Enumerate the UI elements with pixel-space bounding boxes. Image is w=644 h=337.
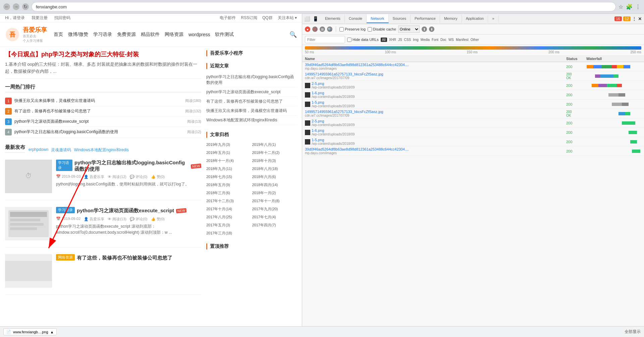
net-row-10[interactable]: 39d0f46ad5264df8b63ae8d98d812361a253488c… bbox=[302, 147, 644, 156]
archive-2017-8[interactable]: 2017年八月(25) bbox=[206, 214, 251, 221]
hot-title-3[interactable]: python学习之滚动页面函数execute_script bbox=[14, 119, 187, 124]
css-filter-btn[interactable]: CSS bbox=[404, 38, 411, 42]
recent-link-5[interactable]: Windows本地配置测试环境nginx和redis bbox=[206, 116, 297, 125]
archive-2017-4[interactable]: 2017年四月(7) bbox=[252, 222, 297, 229]
img-filter-btn[interactable]: Img bbox=[413, 38, 419, 42]
recent-link-4[interactable]: 快播王欣又出来搞事情，灵魂横空出世邀请码 bbox=[206, 106, 297, 116]
tab-sources[interactable]: Sources bbox=[389, 14, 411, 23]
filter-toggle-button[interactable]: ⊞ bbox=[320, 26, 325, 32]
archive-2017-5[interactable]: 2017年五月(3) bbox=[206, 222, 251, 229]
bookmark-icon[interactable]: ☆ bbox=[619, 4, 623, 10]
devtools-more-icon[interactable]: ⋮ bbox=[632, 16, 637, 21]
back-button[interactable]: ← bbox=[3, 3, 10, 10]
filter-input[interactable] bbox=[305, 36, 345, 43]
preserve-log-input[interactable] bbox=[339, 27, 344, 32]
recent-link-1[interactable]: python学习之日志输出格式logging.basicConfig函数的使用 bbox=[206, 72, 297, 88]
other-filter-btn[interactable]: Other bbox=[471, 38, 479, 42]
net-row-1[interactable]: 39d0f46ad5264df8b63ae8d98d812361a253488c… bbox=[302, 62, 644, 71]
record-button[interactable]: ● bbox=[305, 26, 310, 32]
nav-home[interactable]: 首页 bbox=[54, 32, 63, 38]
clear-button[interactable]: 🚫 bbox=[312, 26, 318, 32]
net-row-6[interactable]: 14995714955961a52757133_hkcsFcZfSasz.jpg… bbox=[302, 109, 644, 118]
font-filter-btn[interactable]: Font bbox=[432, 38, 438, 42]
topbar-password[interactable]: 找回密码 bbox=[54, 15, 70, 21]
recent-link-3[interactable]: 有了这些，装修再也不怕被装修公司忽悠了 bbox=[206, 97, 297, 106]
archive-2019-8[interactable]: 2019年八月(1) bbox=[252, 141, 297, 148]
archive-2018-5[interactable]: 2018年五月(9) bbox=[206, 181, 251, 188]
hot-title-1[interactable]: 快播王欣又出来搞事情，灵魂横空出世邀请码 bbox=[14, 98, 185, 104]
archive-2018-6[interactable]: 2018年六月(6) bbox=[252, 173, 297, 180]
devtools-device-icon[interactable]: 📱 bbox=[313, 16, 318, 21]
topbar-qq[interactable]: QQ群 bbox=[262, 15, 273, 21]
import-button[interactable]: ⬆ bbox=[422, 26, 427, 32]
net-row-5[interactable]: 1-5.png /wp-content/uploads/2018/09 200 bbox=[302, 100, 644, 109]
address-bar[interactable]: fenxiangbe.com bbox=[32, 2, 616, 11]
nav-free[interactable]: 免费资源 bbox=[117, 32, 136, 38]
archive-2018-12[interactable]: 2018年十二月(2) bbox=[252, 149, 297, 156]
archive-2017-11[interactable]: 2017年十一月(8) bbox=[252, 198, 297, 205]
show-all-downloads[interactable]: 全部显示 bbox=[625, 329, 641, 335]
hot-title-4[interactable]: python学习之日志输出格式logging.basicConfig函数的使用 bbox=[14, 129, 187, 135]
doc-filter-btn[interactable]: Doc bbox=[440, 38, 446, 42]
download-chevron-icon[interactable]: ▲ bbox=[50, 330, 54, 334]
all-filter-btn[interactable]: All bbox=[381, 38, 387, 42]
search-icon[interactable]: 🔍 bbox=[289, 31, 297, 38]
archive-2018-7[interactable]: 2018年七月(15) bbox=[206, 173, 251, 180]
tag-erphpdown[interactable]: erphpdown bbox=[29, 147, 48, 153]
tab-application[interactable]: Application bbox=[462, 14, 488, 23]
post-title-2[interactable]: python学习之滚动页面函数execute_script bbox=[77, 208, 174, 214]
nav-software[interactable]: 精品软件 bbox=[141, 32, 160, 38]
nav-study[interactable]: 学习语录 bbox=[93, 32, 112, 38]
nav-test[interactable]: 软件测试 bbox=[215, 32, 234, 38]
archive-2018-4[interactable]: 2018年四月(14) bbox=[252, 181, 297, 188]
topbar-follow[interactable]: 关注本站 ▾ bbox=[278, 15, 297, 21]
archive-2017-9[interactable]: 2017年九月(20) bbox=[252, 206, 297, 213]
xhr-filter-btn[interactable]: XHR bbox=[389, 38, 396, 42]
preserve-log-checkbox[interactable]: Preserve log bbox=[339, 27, 366, 32]
tab-network[interactable]: Network bbox=[367, 14, 388, 23]
nav-network[interactable]: 网络资源 bbox=[165, 32, 183, 38]
net-row-3[interactable]: 2-5.png /wp-content/uploads/2018/09 200 bbox=[302, 81, 644, 90]
disable-cache-checkbox[interactable]: Disable cache bbox=[368, 27, 396, 32]
tab-performance[interactable]: Performance bbox=[411, 14, 440, 23]
tab-memory[interactable]: Memory bbox=[440, 14, 462, 23]
export-button[interactable]: ⬇ bbox=[429, 26, 434, 32]
archive-2017-10[interactable]: 2017年十月(14) bbox=[206, 206, 251, 213]
net-row-7[interactable]: 2-5.png /wp-content/uploads/2018/09 200 bbox=[302, 118, 644, 128]
search-button[interactable]: 🔍 bbox=[327, 26, 332, 32]
reload-button[interactable]: ↻ bbox=[22, 3, 29, 10]
ws-filter-btn[interactable]: WS bbox=[448, 38, 454, 42]
menu-icon[interactable]: ⋮ bbox=[635, 4, 641, 10]
topbar-rss[interactable]: RSS订阅 bbox=[241, 15, 257, 21]
archive-2017-7[interactable]: 2017年七月(4) bbox=[252, 214, 297, 221]
tab-elements[interactable]: Elements bbox=[321, 14, 345, 23]
media-filter-btn[interactable]: Media bbox=[421, 38, 430, 42]
devtools-close-icon[interactable]: ✕ bbox=[638, 16, 642, 21]
hot-title-2[interactable]: 有了这些，装修再也不怕被装修公司忽悠了 bbox=[14, 108, 185, 114]
archive-2018-8[interactable]: 2018年八月(18) bbox=[252, 165, 297, 172]
net-row-4[interactable]: 1-6.png /wp-content/uploads/2018/09 200 bbox=[302, 90, 644, 100]
archive-2018-9[interactable]: 2018年九月(11) bbox=[206, 165, 251, 172]
throttle-select[interactable]: Online Fast 3G Slow 3G Offline bbox=[398, 25, 420, 33]
recent-link-2[interactable]: python学习之滚动页面函数execute_script bbox=[206, 88, 297, 97]
post-title-3[interactable]: 有了这些，装修再也不怕被装修公司忽悠了 bbox=[77, 255, 172, 261]
hide-data-urls-checkbox[interactable]: Hide data URLs bbox=[347, 38, 379, 42]
net-row-9[interactable]: 1-5.png /wp-content/uploads/2018/09 200 bbox=[302, 137, 644, 147]
js-filter-btn[interactable]: JS bbox=[398, 38, 402, 42]
archive-2017-3[interactable]: 2017年三月(18) bbox=[206, 230, 251, 237]
devtools-inspect-icon[interactable]: ⬜ bbox=[304, 16, 310, 21]
tag-invite[interactable]: 灵魂邀请码 bbox=[51, 147, 71, 153]
topbar-register[interactable]: 我要注册 bbox=[32, 15, 48, 21]
post-title-1[interactable]: python学习之日志输出格式logging.basicConfig函数的使用 bbox=[74, 160, 185, 172]
archive-2018-11[interactable]: 2018年十一月(4) bbox=[206, 157, 251, 164]
nav-weibo[interactable]: 微博/微赞 bbox=[68, 32, 88, 38]
net-row-2[interactable]: 14995714955961a52757133_hkcsFcZfSasz.jpg… bbox=[302, 71, 644, 81]
archive-2017-12[interactable]: 2017年十二月(3) bbox=[206, 198, 251, 205]
archive-2019-9[interactable]: 2019年九月(3) bbox=[206, 141, 251, 148]
nav-wordpress[interactable]: wordpress bbox=[189, 32, 210, 37]
tab-console[interactable]: Console bbox=[345, 14, 367, 23]
tag-nginx[interactable]: Windows本地配置nginx和redis bbox=[74, 147, 128, 153]
topbar-email[interactable]: 电子邮件 bbox=[220, 15, 236, 21]
forward-button[interactable]: → bbox=[13, 3, 19, 10]
extension-icon[interactable]: 🧩 bbox=[626, 4, 633, 10]
